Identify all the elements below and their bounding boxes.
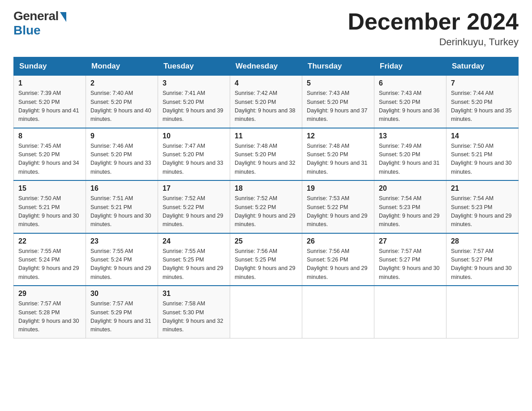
calendar-day-header: Sunday xyxy=(14,57,86,76)
calendar-day-header: Tuesday xyxy=(158,57,230,76)
calendar-week-row: 29Sunrise: 7:57 AMSunset: 5:28 PMDayligh… xyxy=(14,286,519,338)
day-info: Sunrise: 7:55 AMSunset: 5:24 PMDaylight:… xyxy=(18,247,81,282)
day-number: 20 xyxy=(379,184,442,193)
day-info: Sunrise: 7:57 AMSunset: 5:29 PMDaylight:… xyxy=(90,300,153,334)
calendar-day-cell: 5Sunrise: 7:43 AMSunset: 5:20 PMDaylight… xyxy=(302,76,374,128)
calendar-day-header: Saturday xyxy=(446,57,519,76)
calendar-day-cell: 31Sunrise: 7:58 AMSunset: 5:30 PMDayligh… xyxy=(158,286,230,338)
calendar-day-cell: 9Sunrise: 7:46 AMSunset: 5:20 PMDaylight… xyxy=(86,128,158,181)
day-info: Sunrise: 7:52 AMSunset: 5:22 PMDaylight:… xyxy=(163,194,225,229)
calendar-day-header: Wednesday xyxy=(230,57,302,76)
day-number: 11 xyxy=(235,132,297,140)
day-number: 25 xyxy=(235,237,297,245)
calendar-day-cell: 14Sunrise: 7:50 AMSunset: 5:21 PMDayligh… xyxy=(446,128,519,181)
day-number: 23 xyxy=(90,237,153,245)
day-info: Sunrise: 7:48 AMSunset: 5:20 PMDaylight:… xyxy=(307,142,369,177)
day-info: Sunrise: 7:40 AMSunset: 5:20 PMDaylight:… xyxy=(90,89,153,124)
calendar-day-cell: 28Sunrise: 7:57 AMSunset: 5:27 PMDayligh… xyxy=(446,233,519,286)
day-info: Sunrise: 7:56 AMSunset: 5:25 PMDaylight:… xyxy=(235,247,297,282)
day-number: 24 xyxy=(163,237,225,245)
title-section: December 2024 Derinkuyu, Turkey xyxy=(348,9,519,48)
day-info: Sunrise: 7:56 AMSunset: 5:26 PMDaylight:… xyxy=(307,247,369,282)
logo: General Blue xyxy=(13,9,66,38)
calendar-day-cell: 18Sunrise: 7:52 AMSunset: 5:22 PMDayligh… xyxy=(230,180,302,233)
calendar-day-cell: 29Sunrise: 7:57 AMSunset: 5:28 PMDayligh… xyxy=(14,286,86,338)
calendar-day-cell: 1Sunrise: 7:39 AMSunset: 5:20 PMDaylight… xyxy=(14,76,86,128)
calendar-day-cell: 27Sunrise: 7:57 AMSunset: 5:27 PMDayligh… xyxy=(374,233,446,286)
day-number: 2 xyxy=(90,79,153,87)
day-number: 18 xyxy=(235,184,297,193)
calendar-day-header: Thursday xyxy=(302,57,374,76)
day-number: 12 xyxy=(307,132,369,140)
day-number: 21 xyxy=(451,184,514,193)
day-number: 27 xyxy=(379,237,442,245)
calendar-day-cell: 19Sunrise: 7:53 AMSunset: 5:22 PMDayligh… xyxy=(302,180,374,233)
logo-general-text: General xyxy=(13,9,59,23)
day-info: Sunrise: 7:48 AMSunset: 5:20 PMDaylight:… xyxy=(235,142,297,177)
day-number: 19 xyxy=(307,184,369,193)
day-number: 4 xyxy=(235,79,297,87)
calendar-day-cell: 6Sunrise: 7:43 AMSunset: 5:20 PMDaylight… xyxy=(374,76,446,128)
day-number: 1 xyxy=(18,79,81,87)
day-info: Sunrise: 7:46 AMSunset: 5:20 PMDaylight:… xyxy=(90,142,153,177)
calendar-day-cell xyxy=(374,286,446,338)
calendar-day-cell: 17Sunrise: 7:52 AMSunset: 5:22 PMDayligh… xyxy=(158,180,230,233)
day-info: Sunrise: 7:49 AMSunset: 5:20 PMDaylight:… xyxy=(379,142,442,177)
calendar-day-cell: 25Sunrise: 7:56 AMSunset: 5:25 PMDayligh… xyxy=(230,233,302,286)
day-info: Sunrise: 7:57 AMSunset: 5:28 PMDaylight:… xyxy=(18,300,81,334)
day-number: 28 xyxy=(451,237,514,245)
logo-blue-text: Blue xyxy=(13,23,41,38)
calendar-day-cell: 23Sunrise: 7:55 AMSunset: 5:24 PMDayligh… xyxy=(86,233,158,286)
day-number: 8 xyxy=(18,132,81,140)
calendar-day-cell: 10Sunrise: 7:47 AMSunset: 5:20 PMDayligh… xyxy=(158,128,230,181)
logo-triangle-icon xyxy=(60,12,66,22)
calendar-day-cell: 21Sunrise: 7:54 AMSunset: 5:23 PMDayligh… xyxy=(446,180,519,233)
day-info: Sunrise: 7:42 AMSunset: 5:20 PMDaylight:… xyxy=(235,89,297,124)
day-number: 6 xyxy=(379,79,442,87)
calendar-day-cell: 30Sunrise: 7:57 AMSunset: 5:29 PMDayligh… xyxy=(86,286,158,338)
day-info: Sunrise: 7:55 AMSunset: 5:25 PMDaylight:… xyxy=(163,247,225,282)
day-number: 17 xyxy=(163,184,225,193)
page-header: General Blue December 2024 Derinkuyu, Tu… xyxy=(13,9,519,48)
calendar-week-row: 1Sunrise: 7:39 AMSunset: 5:20 PMDaylight… xyxy=(14,76,519,128)
location-subtitle: Derinkuyu, Turkey xyxy=(348,36,519,48)
day-number: 13 xyxy=(379,132,442,140)
day-number: 30 xyxy=(90,290,153,298)
day-info: Sunrise: 7:43 AMSunset: 5:20 PMDaylight:… xyxy=(307,89,369,124)
day-info: Sunrise: 7:58 AMSunset: 5:30 PMDaylight:… xyxy=(163,300,225,334)
calendar-day-cell xyxy=(230,286,302,338)
calendar-day-cell: 11Sunrise: 7:48 AMSunset: 5:20 PMDayligh… xyxy=(230,128,302,181)
calendar-day-cell: 22Sunrise: 7:55 AMSunset: 5:24 PMDayligh… xyxy=(14,233,86,286)
day-number: 26 xyxy=(307,237,369,245)
day-info: Sunrise: 7:47 AMSunset: 5:20 PMDaylight:… xyxy=(163,142,225,177)
day-info: Sunrise: 7:41 AMSunset: 5:20 PMDaylight:… xyxy=(163,89,225,124)
calendar-day-cell xyxy=(446,286,519,338)
calendar-day-cell: 26Sunrise: 7:56 AMSunset: 5:26 PMDayligh… xyxy=(302,233,374,286)
day-info: Sunrise: 7:55 AMSunset: 5:24 PMDaylight:… xyxy=(90,247,153,282)
calendar-day-cell: 15Sunrise: 7:50 AMSunset: 5:21 PMDayligh… xyxy=(14,180,86,233)
day-number: 16 xyxy=(90,184,153,193)
calendar-header-row: SundayMondayTuesdayWednesdayThursdayFrid… xyxy=(14,57,519,76)
day-info: Sunrise: 7:44 AMSunset: 5:20 PMDaylight:… xyxy=(451,89,514,124)
calendar-day-header: Monday xyxy=(86,57,158,76)
day-number: 22 xyxy=(18,237,81,245)
day-info: Sunrise: 7:57 AMSunset: 5:27 PMDaylight:… xyxy=(379,247,442,282)
day-number: 9 xyxy=(90,132,153,140)
calendar-day-cell: 13Sunrise: 7:49 AMSunset: 5:20 PMDayligh… xyxy=(374,128,446,181)
day-number: 10 xyxy=(163,132,225,140)
calendar-day-cell: 2Sunrise: 7:40 AMSunset: 5:20 PMDaylight… xyxy=(86,76,158,128)
day-info: Sunrise: 7:53 AMSunset: 5:22 PMDaylight:… xyxy=(307,194,369,229)
calendar-day-cell: 12Sunrise: 7:48 AMSunset: 5:20 PMDayligh… xyxy=(302,128,374,181)
calendar-table: SundayMondayTuesdayWednesdayThursdayFrid… xyxy=(13,57,519,338)
calendar-day-header: Friday xyxy=(374,57,446,76)
calendar-day-cell: 16Sunrise: 7:51 AMSunset: 5:21 PMDayligh… xyxy=(86,180,158,233)
calendar-week-row: 22Sunrise: 7:55 AMSunset: 5:24 PMDayligh… xyxy=(14,233,519,286)
day-info: Sunrise: 7:50 AMSunset: 5:21 PMDaylight:… xyxy=(18,194,81,229)
day-info: Sunrise: 7:54 AMSunset: 5:23 PMDaylight:… xyxy=(451,194,514,229)
calendar-week-row: 15Sunrise: 7:50 AMSunset: 5:21 PMDayligh… xyxy=(14,180,519,233)
day-number: 14 xyxy=(451,132,514,140)
day-number: 3 xyxy=(163,79,225,87)
calendar-day-cell: 20Sunrise: 7:54 AMSunset: 5:23 PMDayligh… xyxy=(374,180,446,233)
calendar-week-row: 8Sunrise: 7:45 AMSunset: 5:20 PMDaylight… xyxy=(14,128,519,181)
day-number: 15 xyxy=(18,184,81,193)
